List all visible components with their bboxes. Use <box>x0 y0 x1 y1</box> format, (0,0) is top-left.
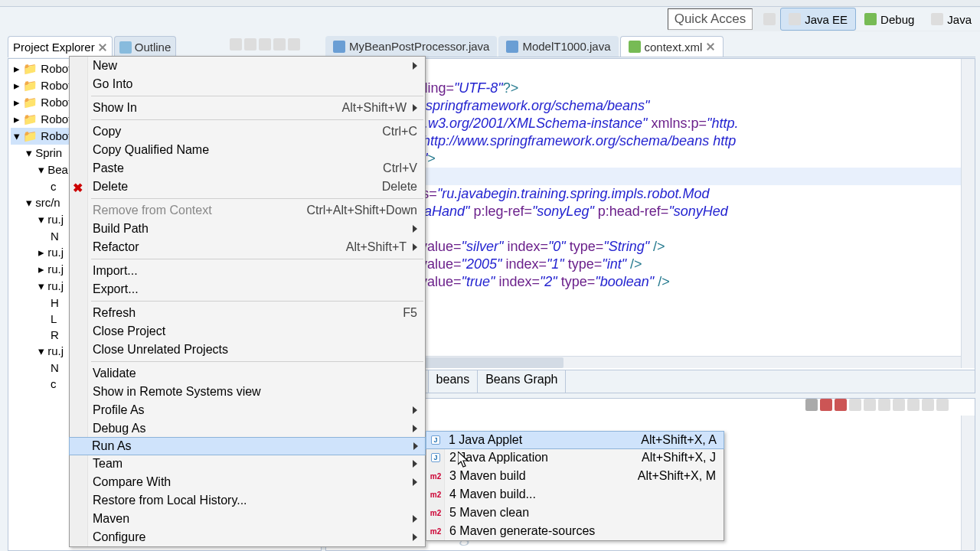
java-file-icon <box>333 41 345 53</box>
vertical-scrollbar[interactable] <box>961 416 975 550</box>
min-icon[interactable] <box>922 399 934 411</box>
collapse-all-icon[interactable] <box>230 38 242 51</box>
remove-launch-icon[interactable] <box>805 399 818 411</box>
xml-file-icon <box>629 41 641 53</box>
menu-item-new[interactable]: New <box>70 57 425 75</box>
submenu-arrow-icon <box>413 478 417 486</box>
menu-item-paste[interactable]: PasteCtrl+V <box>70 159 425 178</box>
menu-item-debug-as[interactable]: Debug As <box>70 419 425 438</box>
menu-item-close-project[interactable]: Close Project <box>70 322 425 341</box>
menu-separator <box>91 198 423 199</box>
display-icon[interactable] <box>893 399 905 411</box>
outline-icon <box>119 41 132 54</box>
menu-separator <box>91 301 423 302</box>
close-icon[interactable] <box>98 43 107 52</box>
editor-tab-label: context.xml <box>645 41 703 54</box>
vertical-scrollbar[interactable] <box>961 59 975 368</box>
menu-item-restore-from-local-history[interactable]: Restore from Local History... <box>70 491 425 510</box>
java-ee-icon <box>789 13 801 25</box>
menu-item-label: Show In <box>93 101 137 115</box>
submenu-item-maven-build[interactable]: m24 Maven build... <box>426 485 724 504</box>
perspective-label: Java <box>947 13 972 26</box>
scroll-lock-icon[interactable] <box>864 399 876 411</box>
tab-outline[interactable]: Outline <box>114 36 177 57</box>
submenu-item-java-applet[interactable]: J1 Java AppletAlt+Shift+X, A <box>426 431 724 449</box>
menu-item-label: Profile As <box>93 403 145 417</box>
open-perspective-icon[interactable] <box>763 13 776 25</box>
menu-item-close-unrelated-projects[interactable]: Close Unrelated Projects <box>70 341 425 359</box>
context-menu: NewGo IntoShow InAlt+Shift+WCopyCtrl+CCo… <box>69 56 426 547</box>
perspective-label: Debug <box>880 13 914 26</box>
menu-item-build-path[interactable]: Build Path <box>70 220 425 238</box>
editor-tab-modelt1000[interactable]: ModelT1000.java <box>498 36 618 57</box>
menu-item-label: Import... <box>93 264 138 278</box>
editor-tab-label: ModelT1000.java <box>522 40 610 53</box>
menu-item-maven[interactable]: Maven <box>70 510 425 528</box>
tab-project-explorer[interactable]: Project Explorer <box>8 36 113 57</box>
menu-item-label: Export... <box>93 282 139 296</box>
java-icon <box>931 13 943 25</box>
maximize-icon[interactable] <box>288 38 300 51</box>
menu-item-team[interactable]: Team <box>70 455 425 473</box>
remove-all-icon[interactable] <box>820 399 832 411</box>
submenu-arrow-icon <box>413 243 417 251</box>
menu-item-label: Go Into <box>93 77 132 91</box>
menu-item-label: Compare With <box>93 475 171 489</box>
pin-icon[interactable] <box>878 399 890 411</box>
menu-item-label: Build Path <box>93 222 149 236</box>
menu-item-copy-qualified-name[interactable]: Copy Qualified Name <box>70 141 425 159</box>
quick-access-input[interactable]: Quick Acces <box>668 8 753 30</box>
menu-item-import[interactable]: Import... <box>70 262 425 280</box>
link-editor-icon[interactable] <box>244 38 256 51</box>
max-icon[interactable] <box>936 399 949 411</box>
menu-item-label: Refresh <box>93 306 136 320</box>
menu-item-label: Close Project <box>93 324 165 338</box>
editor-tab-mybeanpostprocessor[interactable]: MyBeanPostProcessor.java <box>325 36 497 57</box>
menu-item-compare-with[interactable]: Compare With <box>70 473 425 491</box>
view-menu-icon[interactable] <box>259 38 271 51</box>
submenu-arrow-icon <box>413 425 417 432</box>
open-console-icon[interactable] <box>907 399 920 411</box>
java-run-icon: J <box>430 452 442 464</box>
close-icon[interactable] <box>706 42 715 51</box>
minimize-icon[interactable] <box>273 38 286 51</box>
menu-item-remove-from-context: Remove from ContextCtrl+Alt+Shift+Down <box>70 201 425 220</box>
menu-shortcut: Alt+Shift+W <box>342 101 407 115</box>
submenu-item-maven-clean[interactable]: m25 Maven clean <box>426 504 724 522</box>
perspective-java-ee[interactable]: Java EE <box>780 8 856 31</box>
view-toolbar <box>230 38 300 51</box>
menu-item-validate[interactable]: Validate <box>70 364 425 383</box>
menu-item-label: Close Unrelated Projects <box>93 343 228 357</box>
tab-label: Project Explorer <box>13 41 95 54</box>
menu-item-label: Restore from Local History... <box>93 494 247 507</box>
menu-item-label: Refactor <box>93 240 139 254</box>
menu-item-copy[interactable]: CopyCtrl+C <box>70 122 425 141</box>
perspective-java[interactable]: Java <box>923 8 980 31</box>
menu-item-profile-as[interactable]: Profile As <box>70 401 425 419</box>
submenu-arrow-icon <box>413 225 417 233</box>
menu-item-refresh[interactable]: RefreshF5 <box>70 304 425 322</box>
menu-item-refactor[interactable]: RefactorAlt+Shift+T <box>70 238 425 256</box>
menu-shortcut: Alt+Shift+X, J <box>642 451 716 465</box>
submenu-arrow-icon <box>413 62 417 70</box>
menu-shortcut: Alt+Shift+X, M <box>638 469 716 483</box>
menu-item-run-as[interactable]: Run As <box>69 437 426 455</box>
editor-tab-context-xml[interactable]: context.xml <box>620 36 724 57</box>
menu-item-configure[interactable]: Configure <box>70 528 425 546</box>
clear-icon[interactable] <box>849 399 861 411</box>
menu-item-export[interactable]: Export... <box>70 280 425 298</box>
menu-item-go-into[interactable]: Go Into <box>70 75 425 93</box>
menu-item-show-in-remote-systems-view[interactable]: Show in Remote Systems view <box>70 383 425 401</box>
terminate-icon[interactable] <box>835 399 847 411</box>
bottom-tab-beans-graph[interactable]: Beans Graph <box>478 370 566 393</box>
maven-run-icon: m2 <box>430 488 442 500</box>
menu-item-delete[interactable]: ✖DeleteDelete <box>70 178 425 196</box>
menu-item-label: Team <box>93 457 122 471</box>
menu-item-label: New <box>93 59 117 73</box>
submenu-item-maven-generate-sources[interactable]: m26 Maven generate-sources <box>426 522 724 540</box>
bottom-tab-beans[interactable]: beans <box>429 370 479 393</box>
maven-run-icon: m2 <box>430 525 442 537</box>
perspective-debug[interactable]: Debug <box>856 8 923 31</box>
menu-separator <box>91 361 423 362</box>
menu-item-show-in[interactable]: Show InAlt+Shift+W <box>70 99 425 117</box>
